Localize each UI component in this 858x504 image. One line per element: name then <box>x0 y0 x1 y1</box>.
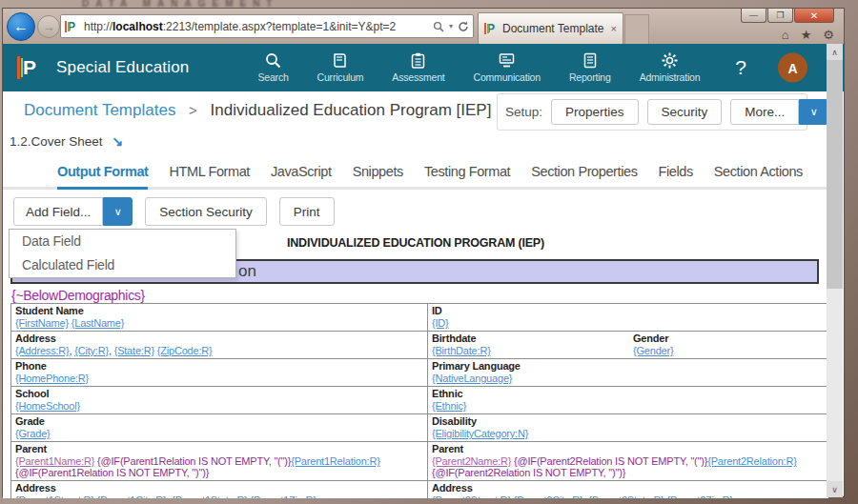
cell-label: School <box>15 388 423 400</box>
scroll-down-icon[interactable]: ∨ <box>827 481 843 497</box>
search-address-icon[interactable] <box>433 21 444 32</box>
refresh-icon[interactable] <box>458 21 469 32</box>
breadcrumb-separator: > <box>189 102 197 118</box>
forward-button[interactable]: → <box>37 15 60 38</box>
field-token-link[interactable]: {HomePhone:R} <box>15 373 89 384</box>
field-token-link[interactable]: {EligibilityCategory:N} <box>432 428 528 439</box>
cell-label: Ethnic <box>432 388 826 400</box>
field-token-link[interactable]: {Parent2Zip:R} <box>666 494 732 498</box>
table-row: Student Name{FirstName} {LastName}ID{ID} <box>11 304 829 332</box>
security-button[interactable]: Security <box>647 99 723 125</box>
cell-label: Primary Language <box>432 360 826 373</box>
add-field-chevron-icon[interactable]: ∨ <box>103 197 133 226</box>
tab-fields[interactable]: Fields <box>658 164 692 187</box>
nav-item-curriculum[interactable]: Curriculum <box>317 52 364 83</box>
close-window-button[interactable]: ✕ <box>794 9 834 23</box>
section-security-button[interactable]: Section Security <box>145 197 267 226</box>
menu-item-data-field[interactable]: Data Field <box>10 230 235 253</box>
maximize-button[interactable]: ❐ <box>767 9 793 23</box>
field-token-link[interactable]: {Parent1Name:R} <box>15 455 94 467</box>
browser-tab[interactable]: P Document Template Setup ... × <box>478 12 623 44</box>
home-icon[interactable]: ⌂ <box>782 28 789 42</box>
print-button[interactable]: Print <box>279 197 335 226</box>
page-title: Individualized Education Program [IEP] <box>211 101 492 119</box>
tab-output-format[interactable]: Output Format <box>57 164 148 187</box>
avatar[interactable]: A <box>778 53 807 83</box>
back-button[interactable]: ← <box>7 12 35 41</box>
cell-label: Grade <box>15 415 423 428</box>
field-token-link[interactable]: {Parent2City:R} <box>514 494 583 498</box>
field-token-link[interactable]: {FirstName} <box>15 317 69 329</box>
field-token-link[interactable]: {HomeSchool} <box>15 400 80 412</box>
properties-button[interactable]: Properties <box>551 99 639 125</box>
tab-bar: Output Format HTML Format JavaScript Sni… <box>3 158 828 190</box>
field-token-link[interactable]: {Parent2Street:R} <box>432 494 511 498</box>
field-token-link[interactable]: {City:R} <box>74 345 109 356</box>
field-token-link[interactable]: {Parent1Relation:R} <box>291 455 379 467</box>
field-token-link[interactable]: {ZipCode:R} <box>157 345 213 356</box>
cell-label: Birthdate <box>432 333 826 345</box>
field-token-link[interactable]: {Parent2Name:R} <box>432 455 511 467</box>
settings-gear-icon[interactable]: ⚙ <box>823 28 834 42</box>
address-bar[interactable]: P http://localhost:2213/template.aspx?te… <box>60 14 474 38</box>
nav-item-administration[interactable]: Administration <box>640 52 701 83</box>
tab-javascript[interactable]: JavaScript <box>271 164 332 187</box>
administration-gear-icon <box>662 52 678 69</box>
breadcrumb: Document Templates > Individualized Educ… <box>24 101 491 120</box>
tab-section-properties[interactable]: Section Properties <box>531 164 637 187</box>
breadcrumb-link[interactable]: Document Templates <box>24 101 175 119</box>
vertical-scrollbar[interactable]: ∧ ∨ <box>827 44 843 497</box>
field-token-link[interactable]: {Parent2Relation:R} <box>707 455 796 467</box>
nav-item-communication[interactable]: Communication <box>474 52 541 83</box>
new-tab-button[interactable] <box>624 14 649 44</box>
table-cell: Student Name{FirstName} {LastName} <box>11 304 428 332</box>
table-cell: Parent{Parent1Name:R} {@IF(Parent1Relati… <box>11 442 428 481</box>
help-button[interactable]: ? <box>735 56 746 79</box>
template-table: Student Name{FirstName} {LastName}ID{ID}… <box>10 303 828 498</box>
address-dropdown-icon[interactable]: ▾ <box>449 22 453 30</box>
table-row: Address{Parent1Street:R} {Parent1City:R}… <box>11 481 829 499</box>
more-button[interactable]: More... <box>730 99 799 125</box>
nav-item-assessment[interactable]: Assessment <box>392 52 444 83</box>
nav-item-label: Administration <box>640 71 701 83</box>
field-token-link[interactable]: {Grade} <box>15 428 51 439</box>
cell-value: {HomePhone:R} <box>15 373 423 384</box>
menu-item-calculated-field[interactable]: Calculated Field <box>10 253 235 277</box>
more-chevron-icon[interactable]: ∨ <box>799 99 828 125</box>
field-token-link[interactable]: {BirthDate:R} <box>432 345 491 356</box>
scroll-up-icon[interactable]: ∧ <box>827 44 843 60</box>
cell-value: {NativeLanguage} <box>432 373 826 384</box>
scrollbar-thumb[interactable] <box>827 60 843 289</box>
reporting-icon <box>583 52 597 69</box>
nav-item-search[interactable]: Search <box>258 52 289 83</box>
favorites-star-icon[interactable]: ★ <box>801 28 812 42</box>
field-token-link[interactable]: {Parent1Street:R} <box>15 494 94 498</box>
field-token-link[interactable]: {Parent1Zip:R} <box>250 494 316 498</box>
browser-titlebar: — ❐ ✕ ← → P http://localhost:2213/templa… <box>3 9 844 44</box>
field-token-link[interactable]: {Gender} <box>633 345 673 356</box>
cell-label: Address <box>15 482 423 494</box>
url-text[interactable]: http://localhost:2213/template.aspx?temp… <box>84 20 433 33</box>
tab-testing-format[interactable]: Testing Format <box>424 164 510 187</box>
field-token-link[interactable]: {Parent1City:R} <box>97 494 167 498</box>
section-name: 1.2.Cover Sheet <box>10 134 103 149</box>
field-token-text: {@IF(Parent2Relation IS NOT EMPTY, ")")} <box>432 467 625 478</box>
field-token-link[interactable]: {Parent1State:R} <box>172 494 247 498</box>
field-token-link[interactable]: {NativeLanguage} <box>432 373 512 384</box>
goto-section-arrow-icon[interactable]: ↘ <box>112 133 123 149</box>
tab-snippets[interactable]: Snippets <box>353 164 403 187</box>
field-token-link[interactable]: {Parent2State:R} <box>588 494 664 498</box>
field-token-link[interactable]: {ID} <box>432 317 449 329</box>
nav-item-reporting[interactable]: Reporting <box>569 52 611 83</box>
template-table-body: Student Name{FirstName} {LastName}ID{ID}… <box>11 304 829 499</box>
field-token-link[interactable]: {LastName} <box>72 317 124 329</box>
field-token-link[interactable]: {State:R} <box>114 345 154 356</box>
tab-section-actions[interactable]: Section Actions <box>714 164 803 187</box>
minimize-button[interactable]: — <box>741 9 766 23</box>
add-field-button[interactable]: Add Field... <box>13 197 103 226</box>
cell-label: Parent <box>432 443 826 455</box>
tab-close-icon[interactable]: × <box>611 23 617 34</box>
field-token-link[interactable]: {Ethnic} <box>432 400 466 412</box>
tab-html-format[interactable]: HTML Format <box>169 164 249 187</box>
field-token-link[interactable]: {Address:R} <box>15 345 70 356</box>
